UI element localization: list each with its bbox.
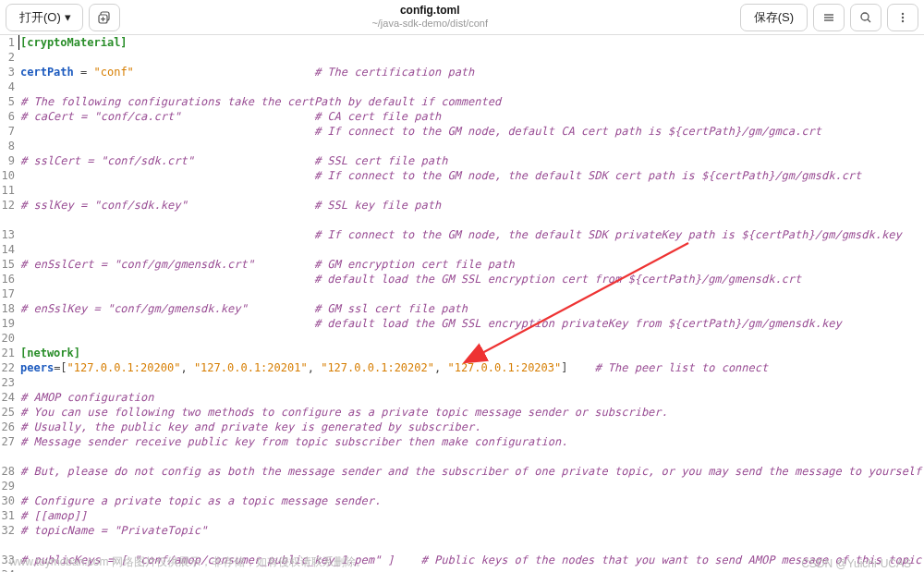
line-number: 27 <box>0 434 15 464</box>
line-number: 19 <box>0 316 15 331</box>
code-line[interactable]: # topicName = "PrivateTopic" <box>20 523 924 553</box>
code-line[interactable] <box>20 139 924 153</box>
code-line[interactable] <box>20 375 924 390</box>
code-area[interactable]: [cryptoMaterial]certPath = "conf" # The … <box>18 35 924 572</box>
code-line[interactable]: # default load the GM SSL encryption cer… <box>20 272 924 286</box>
document-title: config.toml <box>126 4 735 18</box>
code-line[interactable]: # Message sender receive public key from… <box>20 434 924 464</box>
line-number: 23 <box>0 375 15 390</box>
code-line[interactable]: # If connect to the GM node, the default… <box>20 227 924 242</box>
line-number: 28 <box>0 464 15 479</box>
document-path: ~/java-sdk-demo/dist/conf <box>126 18 735 30</box>
code-line[interactable]: # You can use following two methods to c… <box>20 405 924 420</box>
code-line[interactable]: # enSslCert = "conf/gm/gmensdk.crt" # GM… <box>20 257 924 272</box>
open-button-label: 打开(O) <box>19 9 61 26</box>
kebab-icon <box>896 11 909 24</box>
svg-point-7 <box>861 13 869 20</box>
watermark-left: www.toymoban.com 网络图片仅供展示，非存储，如有侵权请联系删除。 <box>9 554 367 570</box>
code-line[interactable]: # Configure a private topic as a topic m… <box>20 493 924 508</box>
code-line[interactable]: # sslCert = "conf/sdk.crt" # SSL cert fi… <box>20 153 924 168</box>
line-number: 15 <box>0 257 15 272</box>
new-tab-icon <box>98 11 111 24</box>
toolbar: 打开(O) ▾ config.toml ~/java-sdk-demo/dist… <box>0 0 924 35</box>
code-line[interactable]: [network] <box>20 346 924 360</box>
line-number: 8 <box>0 139 15 153</box>
line-number: 30 <box>0 493 15 508</box>
search-button[interactable] <box>850 4 881 31</box>
save-button[interactable]: 保存(S) <box>740 4 808 31</box>
line-number: 21 <box>0 346 15 360</box>
code-line[interactable]: # Usually, the public key and private ke… <box>20 420 924 434</box>
line-number: 29 <box>0 479 15 493</box>
chevron-down-icon: ▾ <box>65 10 71 24</box>
line-number: 11 <box>0 183 15 198</box>
line-number: 31 <box>0 508 15 523</box>
code-line[interactable] <box>20 331 924 346</box>
line-number: 24 <box>0 390 15 405</box>
code-line[interactable]: # AMOP configuration <box>20 390 924 405</box>
code-line[interactable] <box>20 242 924 257</box>
code-line[interactable]: # sslKey = "conf/sdk.key" # SSL key file… <box>20 198 924 227</box>
line-number: 32 <box>0 523 15 553</box>
line-number: 9 <box>0 153 15 168</box>
code-line[interactable]: certPath = "conf" # The certification pa… <box>20 65 924 79</box>
menu-button[interactable] <box>887 4 918 31</box>
code-line[interactable]: [cryptoMaterial] <box>20 35 924 50</box>
line-number: 18 <box>0 301 15 316</box>
line-number: 6 <box>0 109 15 124</box>
line-number: 20 <box>0 331 15 346</box>
line-number: 22 <box>0 360 15 375</box>
line-number: 7 <box>0 124 15 139</box>
svg-line-8 <box>868 19 870 22</box>
line-number: 26 <box>0 420 15 434</box>
line-number: 1 <box>0 35 15 50</box>
line-number: 13 <box>0 227 15 242</box>
code-line[interactable] <box>20 286 924 301</box>
line-number: 25 <box>0 405 15 420</box>
line-number: 2 <box>0 50 15 65</box>
line-number: 14 <box>0 242 15 257</box>
line-number: 16 <box>0 272 15 286</box>
line-number: 5 <box>0 94 15 109</box>
code-line[interactable]: # caCert = "conf/ca.crt" # CA cert file … <box>20 109 924 124</box>
svg-point-9 <box>902 12 904 14</box>
line-number: 17 <box>0 286 15 301</box>
code-line[interactable]: peers=["127.0.0.1:20200", "127.0.0.1:202… <box>20 360 924 375</box>
svg-point-11 <box>902 19 904 21</box>
line-number-gutter: 1234567891011121314151617181920212223242… <box>0 35 18 572</box>
editor[interactable]: 1234567891011121314151617181920212223242… <box>0 35 924 572</box>
line-number: 10 <box>0 168 15 183</box>
open-button[interactable]: 打开(O) ▾ <box>6 4 83 31</box>
code-line[interactable] <box>20 79 924 94</box>
code-line[interactable]: # default load the GM SSL encryption pri… <box>20 316 924 331</box>
code-line[interactable] <box>20 183 924 198</box>
new-tab-button[interactable] <box>89 4 120 31</box>
code-line[interactable]: # [[amop]] <box>20 508 924 523</box>
line-number: 3 <box>0 65 15 79</box>
code-line[interactable]: # enSslKey = "conf/gm/gmensdk.key" # GM … <box>20 301 924 316</box>
svg-point-10 <box>902 16 904 18</box>
code-line[interactable] <box>20 479 924 493</box>
hamburger-icon <box>822 11 835 24</box>
title-block: config.toml ~/java-sdk-demo/dist/conf <box>126 4 735 30</box>
code-line[interactable]: # But, please do not config as both the … <box>20 464 924 479</box>
hamburger-menu-button[interactable] <box>813 4 845 31</box>
code-line[interactable]: # The following configurations take the … <box>20 94 924 109</box>
search-icon <box>859 11 872 24</box>
line-number: 12 <box>0 198 15 227</box>
watermark-right: CSDN @Yuichi-UCAS <box>801 557 911 570</box>
line-number: 4 <box>0 79 15 94</box>
code-line[interactable] <box>20 50 924 65</box>
save-button-label: 保存(S) <box>754 9 794 26</box>
code-line[interactable]: # If connect to the GM node, the default… <box>20 168 924 183</box>
code-line[interactable]: # If connect to the GM node, default CA … <box>20 124 924 139</box>
